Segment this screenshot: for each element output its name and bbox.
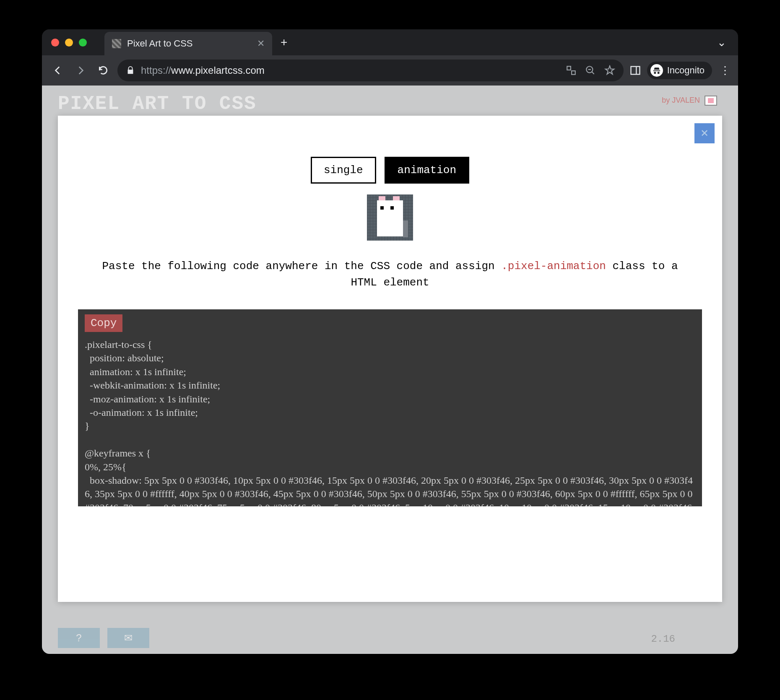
- heart-icon: [705, 96, 717, 106]
- back-button[interactable]: [49, 62, 66, 79]
- modal-tabs: single animation: [58, 157, 722, 184]
- page-title: PIXEL ART TO CSS: [58, 93, 257, 115]
- code-text: .pixelart-to-css { position: absolute; a…: [85, 338, 695, 506]
- bookmark-icon[interactable]: [604, 65, 615, 76]
- toolbar: https://www.pixelartcss.com Incognito ⋮: [42, 55, 738, 86]
- code-output[interactable]: Copy .pixelart-to-css { position: absolu…: [78, 309, 702, 506]
- maximize-window-button[interactable]: [79, 39, 87, 47]
- incognito-label: Incognito: [667, 65, 705, 76]
- svg-rect-3: [631, 67, 640, 75]
- export-modal: ✕ single animation Paste the following c…: [58, 116, 722, 602]
- traffic-lights: [42, 39, 87, 47]
- copy-button[interactable]: Copy: [85, 314, 122, 332]
- minimize-window-button[interactable]: [65, 39, 73, 47]
- css-class-name: .pixel-animation: [501, 260, 606, 272]
- incognito-icon: [650, 64, 663, 77]
- forward-button[interactable]: [72, 62, 89, 79]
- side-panel-icon[interactable]: [629, 65, 641, 76]
- version-label: 2.16: [651, 633, 675, 645]
- help-button[interactable]: ?: [58, 628, 100, 648]
- zoom-icon[interactable]: [585, 65, 596, 76]
- close-window-button[interactable]: [51, 39, 59, 47]
- address-bar[interactable]: https://www.pixelartcss.com: [117, 60, 624, 81]
- url-text: https://www.pixelartcss.com: [141, 65, 265, 76]
- page-byline: by JVALEN: [662, 96, 717, 106]
- browser-window: Pixel Art to CSS ✕ + ⌄ https://www.pixel…: [42, 29, 738, 654]
- tab-favicon: [112, 39, 121, 48]
- tabs-dropdown-button[interactable]: ⌄: [717, 36, 726, 49]
- reload-button[interactable]: [95, 62, 112, 79]
- lock-icon: [126, 66, 135, 75]
- footer-buttons: ? ✉: [58, 628, 149, 648]
- modal-close-button[interactable]: ✕: [694, 123, 715, 143]
- tab-animation[interactable]: animation: [385, 157, 469, 184]
- titlebar: Pixel Art to CSS ✕ + ⌄: [42, 29, 738, 55]
- svg-rect-0: [567, 66, 571, 70]
- translate-icon[interactable]: [566, 65, 577, 76]
- mail-button[interactable]: ✉: [107, 628, 149, 648]
- new-tab-button[interactable]: +: [281, 36, 287, 49]
- tab-title: Pixel Art to CSS: [127, 38, 251, 49]
- browser-tab[interactable]: Pixel Art to CSS ✕: [104, 32, 272, 55]
- page-content: PIXEL ART TO CSS by JVALEN ✕ single anim…: [42, 86, 738, 654]
- incognito-indicator[interactable]: Incognito: [647, 62, 712, 79]
- pixel-preview: [367, 194, 413, 241]
- instruction-text: Paste the following code anywhere in the…: [58, 258, 722, 291]
- svg-rect-1: [572, 71, 575, 75]
- address-actions: [566, 65, 615, 76]
- tab-single[interactable]: single: [311, 157, 376, 184]
- tab-close-button[interactable]: ✕: [257, 38, 265, 49]
- menu-button[interactable]: ⋮: [720, 64, 731, 77]
